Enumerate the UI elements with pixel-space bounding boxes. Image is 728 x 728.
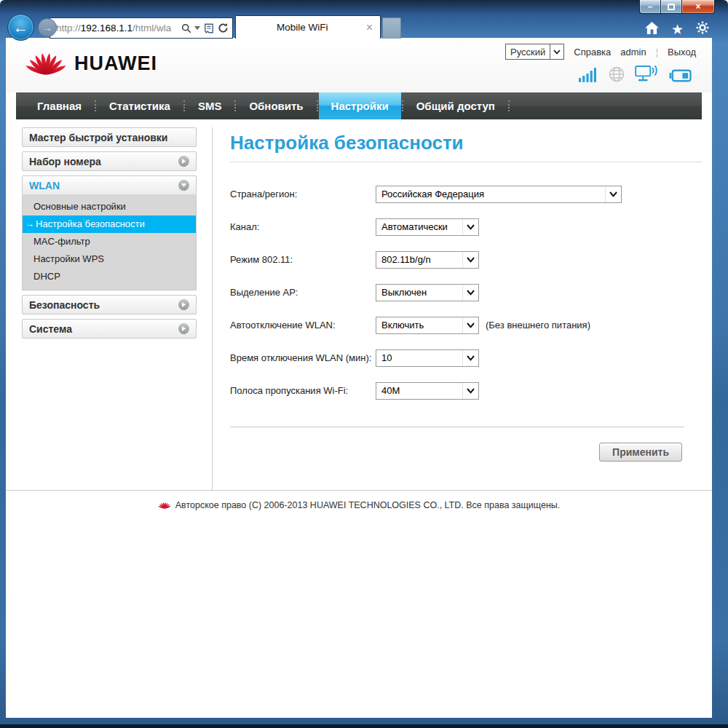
window-bottom-edge	[0, 724, 728, 728]
nav-divider	[234, 100, 236, 111]
select-value: 802.11b/g/n	[376, 254, 462, 265]
content-area: Мастер быстрой установки Набор номера WL…	[6, 119, 712, 490]
help-link[interactable]: Справка	[574, 47, 611, 58]
sidebar-item-system[interactable]: Система	[22, 319, 197, 339]
select-value: Автоматически	[376, 221, 462, 232]
sidebar-label: WLAN	[29, 180, 60, 191]
chevron-down-circle-icon	[178, 180, 189, 191]
signal-strength-icon	[579, 68, 598, 85]
minimize-button[interactable]: –	[639, 0, 661, 14]
sidebar-item-security-settings[interactable]: → Настройка безопасности	[23, 215, 196, 233]
select-value: Выключен	[376, 287, 462, 298]
chevron-down-icon	[550, 44, 563, 59]
submenu-label: Основные настройки	[33, 198, 126, 215]
address-bar[interactable]: http://192.168.1.1/html/wla	[50, 17, 233, 39]
wifi-broadcast-icon	[635, 66, 659, 85]
close-icon: ×	[695, 1, 700, 12]
search-icon[interactable]	[181, 23, 191, 33]
wlan-off-time-select[interactable]: 10	[376, 349, 479, 367]
form-row-off-time: Время отключения WLAN (мин): 10	[230, 341, 702, 374]
main-navigation: Главная Статистика SMS Обновить Настройк…	[16, 92, 702, 119]
sidebar-item-quick-setup[interactable]: Мастер быстрой установки	[22, 127, 197, 147]
address-dropdown-caret-icon[interactable]	[194, 26, 200, 30]
nav-tab-sms[interactable]: SMS	[186, 92, 234, 119]
form-row-auto-off: Автоотключение WLAN: Включить (Без внешн…	[230, 309, 702, 341]
close-tab-icon[interactable]: ×	[366, 22, 373, 33]
compatibility-view-icon[interactable]	[204, 23, 214, 33]
field-label: Автоотключение WLAN:	[230, 320, 376, 331]
browser-window: – × ← → http://192.168.1.1/html/wla Mobi…	[0, 0, 728, 728]
select-value: 40M	[376, 385, 462, 396]
chevron-down-icon	[462, 317, 478, 333]
field-note: (Без внешнего питания)	[486, 320, 590, 331]
nav-divider	[183, 100, 185, 111]
copyright-text: Авторское право (C) 2006-2013 HUAWEI TEC…	[175, 500, 561, 510]
nav-tab-statistics[interactable]: Статистика	[97, 92, 183, 119]
status-icons	[579, 66, 692, 85]
sidebar-label: Безопасность	[29, 299, 100, 311]
nav-tab-home[interactable]: Главная	[25, 92, 94, 119]
field-label: Время отключения WLAN (мин):	[230, 352, 376, 363]
settings-gear-icon[interactable]	[696, 21, 709, 37]
form-row-country: Страна/регион: Российская Федерация	[230, 178, 702, 210]
nav-tab-sharing[interactable]: Общий доступ	[404, 92, 507, 119]
sidebar-item-dhcp[interactable]: DHCP	[23, 268, 196, 285]
new-tab-button[interactable]	[382, 17, 401, 39]
tab-title: Mobile WiFi	[243, 22, 362, 33]
sidebar-item-mac-filter[interactable]: MAC-фильтр	[23, 233, 196, 250]
sidebar-label: Система	[29, 323, 72, 335]
huawei-flower-icon-small	[158, 501, 171, 510]
chevron-down-icon	[462, 252, 478, 268]
refresh-icon[interactable]	[218, 23, 229, 33]
forward-button[interactable]: →	[38, 18, 57, 37]
country-select[interactable]: Российская Федерация	[376, 186, 622, 203]
close-window-button[interactable]: ×	[681, 0, 715, 14]
sidebar-label: Мастер быстрой установки	[29, 132, 167, 143]
field-label: Страна/регион:	[230, 189, 376, 199]
active-item-arrow-icon: →	[25, 215, 34, 233]
battery-icon	[669, 69, 692, 85]
sidebar-item-wps-settings[interactable]: Настройки WPS	[23, 250, 196, 268]
form-row-channel: Канал: Автоматически	[230, 210, 702, 243]
minimize-icon: –	[648, 1, 653, 12]
huawei-logo: HUAWEI	[25, 50, 157, 77]
settings-sidebar: Мастер быстрой установки Набор номера WL…	[22, 127, 197, 490]
nav-divider	[95, 100, 96, 111]
logo-wordmark: HUAWEI	[74, 52, 157, 75]
mode-select[interactable]: 802.11b/g/n	[376, 251, 479, 269]
submenu-label: MAC-фильтр	[33, 233, 90, 250]
language-value: Русский	[506, 47, 550, 58]
chevron-down-icon	[462, 383, 478, 399]
field-label: Канал:	[230, 221, 376, 232]
sidebar-item-dialup[interactable]: Набор номера	[22, 151, 197, 171]
window-controls: – ×	[640, 0, 715, 14]
nav-tab-settings[interactable]: Настройки	[319, 92, 401, 119]
forward-arrow-icon: →	[42, 22, 52, 33]
back-button[interactable]: ←	[7, 14, 34, 41]
network-globe-icon	[609, 66, 625, 85]
home-icon[interactable]	[645, 22, 659, 37]
favorites-star-icon[interactable]: ★	[671, 23, 684, 36]
sidebar-item-wlan[interactable]: WLAN	[22, 175, 197, 195]
wlan-auto-off-select[interactable]: Включить	[376, 317, 479, 334]
url-text: http://192.168.1.1/html/wla	[56, 23, 178, 33]
select-value: Включить	[376, 320, 462, 331]
sidebar-item-basic-settings[interactable]: Основные настройки	[23, 198, 196, 215]
nav-tab-update[interactable]: Обновить	[237, 92, 315, 119]
header-links: Русский Справка admin ¦ Выход	[505, 44, 696, 60]
url-scheme: http://	[56, 23, 81, 33]
submenu-label: DHCP	[33, 268, 60, 285]
apply-row: Применить	[230, 443, 682, 462]
main-panel: Настройка безопасности Страна/регион: Ро…	[213, 127, 702, 490]
field-label: Режим 802.11:	[230, 254, 376, 265]
browser-tab[interactable]: Mobile WiFi ×	[235, 15, 381, 39]
sidebar-item-security[interactable]: Безопасность	[22, 295, 197, 314]
wifi-bandwidth-select[interactable]: 40M	[376, 382, 479, 400]
logout-link[interactable]: Выход	[668, 47, 696, 58]
maximize-button[interactable]	[660, 0, 682, 14]
ap-isolation-select[interactable]: Выключен	[376, 284, 479, 301]
language-select[interactable]: Русский	[505, 44, 564, 60]
channel-select[interactable]: Автоматически	[376, 218, 479, 236]
apply-button[interactable]: Применить	[599, 443, 682, 462]
nav-divider	[317, 100, 318, 111]
